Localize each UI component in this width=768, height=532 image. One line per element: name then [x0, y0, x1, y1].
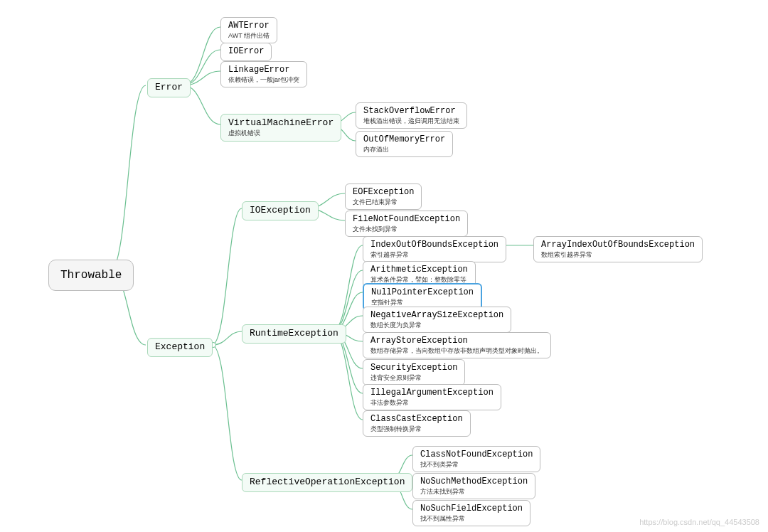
- node-ioexception[interactable]: IOException: [242, 201, 319, 220]
- node-subtitle: 文件已结束异常: [353, 198, 414, 207]
- node-awterror[interactable]: AWTError AWT 组件出错: [220, 17, 277, 43]
- node-title: IllegalArgumentException: [370, 388, 494, 399]
- node-oom[interactable]: OutOfMemoryError 内存溢出: [356, 131, 453, 157]
- node-arraystore[interactable]: ArrayStoreException 数组存储异常，当向数组中存放非数组声明类…: [363, 332, 551, 358]
- node-runtimeexception[interactable]: RuntimeException: [242, 324, 346, 344]
- node-ioerror[interactable]: IOError: [220, 43, 272, 61]
- node-title: NegativeArraySizeException: [370, 310, 503, 321]
- node-classcast[interactable]: ClassCastException 类型强制转换异常: [363, 410, 471, 437]
- node-virtualmachineerror[interactable]: VirtualMachineError 虚拟机错误: [220, 114, 341, 142]
- node-security[interactable]: SecurityException 违背安全原则异常: [363, 359, 465, 385]
- node-nosuchfield[interactable]: NoSuchFieldException 找不到属性异常: [412, 500, 530, 526]
- node-throwable[interactable]: Throwable: [48, 260, 134, 291]
- node-subtitle: 文件未找到异常: [353, 225, 460, 234]
- node-exception[interactable]: Exception: [147, 338, 213, 357]
- node-reflectiveoperation[interactable]: ReflectiveOperationException: [242, 473, 412, 492]
- node-title: FileNotFoundException: [353, 214, 460, 225]
- node-title: EOFException: [353, 187, 414, 198]
- node-subtitle: AWT 组件出错: [228, 32, 270, 41]
- node-title: NoSuchMethodException: [420, 477, 528, 488]
- node-stackoverflow[interactable]: StackOverflowError 堆栈溢出错误，递归调用无法结束: [356, 102, 467, 129]
- node-subtitle: 堆栈溢出错误，递归调用无法结束: [363, 117, 459, 126]
- node-filenotfound[interactable]: FileNotFoundException 文件未找到异常: [345, 211, 468, 237]
- node-title: Throwable: [60, 269, 122, 282]
- node-negativearraysize[interactable]: NegativeArraySizeException 数组长度为负异常: [363, 307, 511, 333]
- node-title: ArrayStoreException: [370, 336, 543, 347]
- node-title: ReflectiveOperationException: [250, 477, 405, 487]
- node-subtitle: 内存溢出: [363, 146, 445, 154]
- node-title: LinkageError: [228, 65, 299, 76]
- watermark: https://blog.csdn.net/qq_44543508: [639, 518, 759, 526]
- node-subtitle: 依赖错误，一般jar包冲突: [228, 76, 299, 85]
- node-indexoutofbounds[interactable]: IndexOutOfBoundsException 索引越界异常: [363, 236, 506, 262]
- node-eofexception[interactable]: EOFException 文件已结束异常: [345, 183, 422, 210]
- node-subtitle: 索引越界异常: [370, 251, 498, 260]
- node-title: IOError: [228, 46, 264, 58]
- node-nosuchmethod[interactable]: NoSuchMethodException 方法未找到异常: [412, 473, 535, 499]
- node-title: SecurityException: [370, 363, 457, 374]
- node-subtitle: 虚拟机错误: [228, 129, 334, 138]
- node-title: ClassNotFoundException: [420, 449, 533, 461]
- node-title: RuntimeException: [250, 328, 338, 339]
- node-linkageerror[interactable]: LinkageError 依赖错误，一般jar包冲突: [220, 61, 307, 87]
- node-subtitle: 找不到属性异常: [420, 515, 523, 523]
- node-title: Exception: [155, 341, 205, 352]
- node-arrayindexoutofbounds[interactable]: ArrayIndexOutOfBoundsException 数组索引越界异常: [533, 236, 703, 262]
- node-subtitle: 非法参数异常: [370, 399, 494, 408]
- node-subtitle: 违背安全原则异常: [370, 374, 457, 383]
- node-title: ClassCastException: [370, 414, 463, 425]
- node-subtitle: 数组存储异常，当向数组中存放非数组声明类型对象时抛出。: [370, 347, 543, 356]
- node-title: OutOfMemoryError: [363, 134, 445, 146]
- node-title: NullPointerException: [371, 287, 474, 299]
- node-title: ArrayIndexOutOfBoundsException: [541, 240, 695, 251]
- node-title: VirtualMachineError: [228, 117, 334, 129]
- node-subtitle: 找不到类异常: [420, 461, 533, 469]
- node-subtitle: 空指针异常: [371, 299, 474, 307]
- node-subtitle: 方法未找到异常: [420, 488, 528, 496]
- node-title: Error: [155, 82, 183, 92]
- node-title: ArithmeticException: [370, 265, 468, 276]
- node-title: StackOverflowError: [363, 106, 459, 117]
- node-title: IOException: [250, 205, 311, 216]
- node-error[interactable]: Error: [147, 78, 191, 97]
- node-title: IndexOutOfBoundsException: [370, 240, 498, 251]
- node-title: AWTError: [228, 21, 270, 32]
- node-subtitle: 类型强制转换异常: [370, 425, 463, 434]
- node-title: NoSuchFieldException: [420, 504, 523, 515]
- node-illegalargument[interactable]: IllegalArgumentException 非法参数异常: [363, 384, 501, 410]
- node-subtitle: 数组长度为负异常: [370, 321, 503, 330]
- node-subtitle: 数组索引越界异常: [541, 251, 695, 260]
- node-classnotfound[interactable]: ClassNotFoundException 找不到类异常: [412, 446, 540, 472]
